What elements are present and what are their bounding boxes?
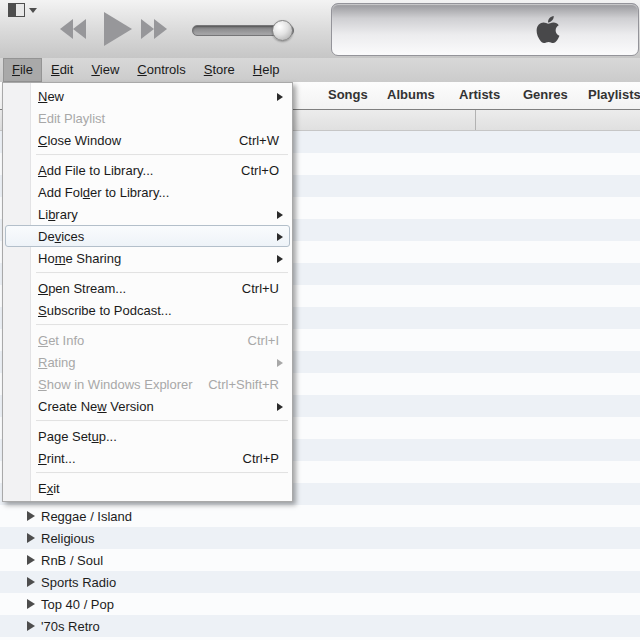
sidebar-view-icon <box>8 3 25 17</box>
menubar-item-edit[interactable]: Edit <box>42 58 82 82</box>
volume-slider-knob[interactable] <box>272 20 293 41</box>
lcd-display <box>331 3 639 56</box>
menu-item-library[interactable]: Library <box>5 203 290 225</box>
apple-logo-icon <box>535 14 561 45</box>
menu-item-label: Get Info <box>38 330 248 350</box>
submenu-arrow-icon <box>277 211 283 219</box>
rewind-button[interactable] <box>60 19 86 39</box>
genre-row[interactable]: Top 40 / Pop <box>0 593 640 615</box>
genre-label: RnB / Soul <box>41 553 103 568</box>
genre-row[interactable]: '70s Retro <box>0 615 640 637</box>
genre-label: Reggae / Island <box>41 509 132 524</box>
menu-item-label: Open Stream... <box>38 278 242 298</box>
forward-button[interactable] <box>141 19 167 39</box>
menubar-item-help[interactable]: Help <box>244 58 289 82</box>
menu-separator <box>5 469 290 477</box>
fast-forward-icon <box>154 19 167 39</box>
menu-item-label: Library <box>38 204 289 224</box>
tab-genres[interactable]: Genres <box>523 87 568 102</box>
menu-item-edit-playlist: Edit Playlist <box>5 107 290 129</box>
submenu-arrow-icon <box>277 233 283 241</box>
menu-item-new[interactable]: New <box>5 85 290 107</box>
file-menu-popup: NewEdit PlaylistClose WindowCtrl+WAdd Fi… <box>2 82 293 502</box>
rewind-icon <box>60 19 73 39</box>
submenu-arrow-icon <box>277 403 283 411</box>
menu-item-label: New <box>38 86 289 106</box>
menu-item-shortcut: Ctrl+U <box>242 278 289 298</box>
menu-separator <box>5 321 290 329</box>
submenu-arrow-icon <box>277 255 283 263</box>
menu-item-shortcut: Ctrl+O <box>241 160 289 180</box>
menu-item-label: Page Setup... <box>38 426 289 446</box>
menu-item-create-new-version[interactable]: Create New Version <box>5 395 290 417</box>
menu-separator <box>5 151 290 159</box>
submenu-arrow-icon <box>277 93 283 101</box>
player-toolbar <box>0 0 640 59</box>
menu-item-exit[interactable]: Exit <box>5 477 290 499</box>
genre-row[interactable]: Religious <box>0 527 640 549</box>
chevron-down-icon <box>29 8 37 13</box>
menu-separator <box>5 269 290 277</box>
menu-item-open-stream[interactable]: Open Stream...Ctrl+U <box>5 277 290 299</box>
menu-item-devices[interactable]: Devices <box>5 225 290 247</box>
genre-label: Top 40 / Pop <box>41 597 114 612</box>
menu-separator <box>5 417 290 425</box>
menu-item-close-window[interactable]: Close WindowCtrl+W <box>5 129 290 151</box>
menu-item-print[interactable]: Print...Ctrl+P <box>5 447 290 469</box>
menu-item-shortcut: Ctrl+P <box>243 448 289 468</box>
menu-item-label: Add Folder to Library... <box>38 182 289 202</box>
disclosure-triangle-icon[interactable] <box>27 555 35 565</box>
menu-item-label: Show in Windows Explorer <box>38 374 208 394</box>
menu-item-rating: Rating <box>5 351 290 373</box>
column-divider <box>475 110 476 130</box>
disclosure-triangle-icon[interactable] <box>27 511 35 521</box>
genre-row[interactable]: RnB / Soul <box>0 549 640 571</box>
fast-forward-icon <box>141 19 154 39</box>
tab-playlists[interactable]: Playlists <box>588 87 640 102</box>
menu-item-page-setup[interactable]: Page Setup... <box>5 425 290 447</box>
menu-item-shortcut: Ctrl+W <box>239 130 289 150</box>
genre-label: '70s Retro <box>41 619 100 634</box>
menu-item-add-file-to-library[interactable]: Add File to Library...Ctrl+O <box>5 159 290 181</box>
disclosure-triangle-icon[interactable] <box>27 577 35 587</box>
menu-item-label: Edit Playlist <box>38 108 289 128</box>
menu-item-label: Close Window <box>38 130 239 150</box>
tab-albums[interactable]: Albums <box>387 87 435 102</box>
menu-item-add-folder-to-library[interactable]: Add Folder to Library... <box>5 181 290 203</box>
menu-item-label: Home Sharing <box>38 248 289 268</box>
genre-label: Sports Radio <box>41 575 116 590</box>
disclosure-triangle-icon[interactable] <box>27 599 35 609</box>
menu-item-label: Exit <box>38 478 289 498</box>
tab-songs[interactable]: Songs <box>328 87 368 102</box>
menu-item-label: Rating <box>38 352 289 372</box>
menubar-item-controls[interactable]: Controls <box>128 58 194 82</box>
menu-item-shortcut: Ctrl+Shift+R <box>208 374 289 394</box>
menu-bar: FileEditViewControlsStoreHelp <box>0 58 640 82</box>
menu-item-label: Subscribe to Podcast... <box>38 300 289 320</box>
menu-item-label: Devices <box>38 226 289 246</box>
tab-artists[interactable]: Artists <box>459 87 500 102</box>
rewind-icon <box>73 19 86 39</box>
disclosure-triangle-icon[interactable] <box>27 533 35 543</box>
menu-item-label: Add File to Library... <box>38 160 241 180</box>
menu-item-show-in-windows-explorer: Show in Windows ExplorerCtrl+Shift+R <box>5 373 290 395</box>
menu-item-get-info: Get InfoCtrl+I <box>5 329 290 351</box>
menu-item-label: Create New Version <box>38 396 289 416</box>
play-button[interactable] <box>104 12 132 46</box>
genre-label: Religious <box>41 531 94 546</box>
menubar-item-file[interactable]: File <box>3 58 42 82</box>
menu-item-label: Print... <box>38 448 243 468</box>
submenu-arrow-icon <box>277 359 283 367</box>
menu-item-shortcut: Ctrl+I <box>248 330 289 350</box>
view-toggle-button[interactable] <box>8 3 42 17</box>
genre-row[interactable]: Sports Radio <box>0 571 640 593</box>
menu-item-home-sharing[interactable]: Home Sharing <box>5 247 290 269</box>
disclosure-triangle-icon[interactable] <box>27 621 35 631</box>
menu-item-subscribe-to-podcast[interactable]: Subscribe to Podcast... <box>5 299 290 321</box>
menubar-item-view[interactable]: View <box>82 58 128 82</box>
menubar-item-store[interactable]: Store <box>195 58 244 82</box>
genre-row[interactable]: Reggae / Island <box>0 505 640 527</box>
